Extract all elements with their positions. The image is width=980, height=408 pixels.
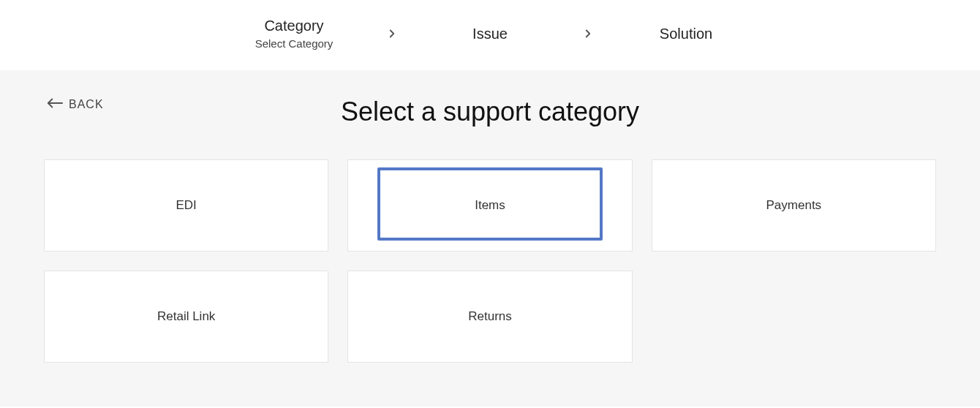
step-title: Issue <box>472 26 508 42</box>
card-label: Items <box>475 198 505 213</box>
page-title: Select a support category <box>44 97 936 127</box>
step-subtitle: Select Category <box>255 37 333 50</box>
card-label: Returns <box>468 309 512 324</box>
step-title: Solution <box>660 26 712 42</box>
step-title: Category <box>264 18 323 34</box>
back-button[interactable]: BACK <box>47 98 104 111</box>
step-category[interactable]: Category Select Category <box>254 18 334 50</box>
card-label: Payments <box>766 198 822 213</box>
category-card-edi[interactable]: EDI <box>44 159 328 252</box>
step-issue[interactable]: Issue <box>450 26 530 42</box>
category-card-payments[interactable]: Payments <box>652 159 936 252</box>
card-label: Retail Link <box>157 309 215 324</box>
step-solution[interactable]: Solution <box>646 26 726 42</box>
category-grid: EDI Items Payments Retail Link Returns <box>44 159 936 363</box>
card-label: EDI <box>176 198 196 213</box>
category-card-retail-link[interactable]: Retail Link <box>44 271 328 363</box>
chevron-right-icon <box>581 27 595 40</box>
back-label: BACK <box>69 98 104 111</box>
breadcrumb: Category Select Category Issue Solution <box>0 0 980 70</box>
category-panel: BACK Select a support category EDI Items… <box>0 70 980 407</box>
chevron-right-icon <box>385 27 399 40</box>
category-card-returns[interactable]: Returns <box>347 271 632 363</box>
arrow-left-icon <box>47 98 63 111</box>
category-card-items[interactable]: Items <box>347 159 632 252</box>
